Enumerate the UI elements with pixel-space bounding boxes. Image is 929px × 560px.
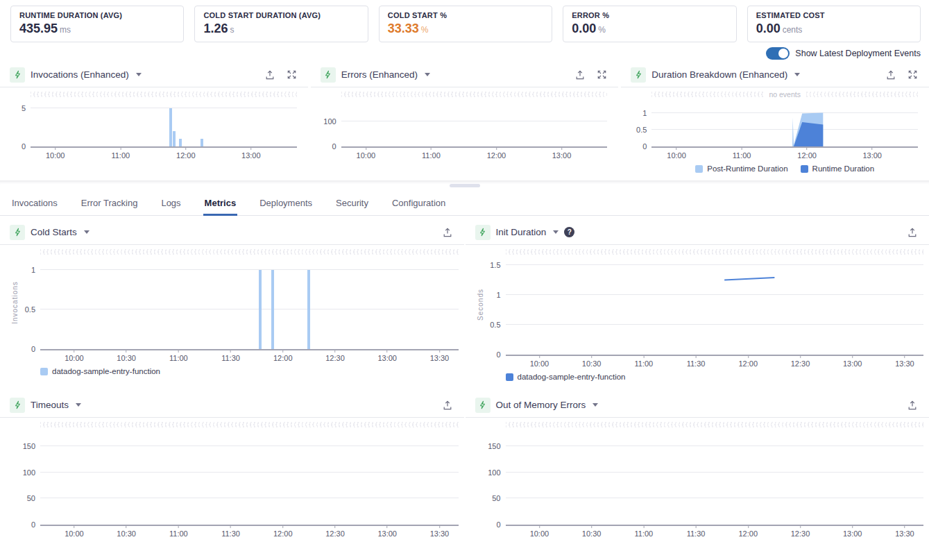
tab-configuration[interactable]: Configuration <box>391 191 447 216</box>
y-tick-label: 100 <box>488 468 500 476</box>
x-tick-label: 13:00 <box>843 359 862 368</box>
x-tick-label: 12:00 <box>273 354 293 362</box>
tab-deployments[interactable]: Deployments <box>258 191 314 216</box>
chevron-down-icon[interactable] <box>84 230 90 234</box>
x-tick-mark <box>282 350 283 353</box>
x-tick: 12:00 <box>273 526 293 538</box>
x-tick-label: 12:00 <box>176 151 196 160</box>
x-tick-label: 13:00 <box>377 529 397 538</box>
chart-init-duration: Init Duration ? Seconds 00.511.5 10:0010… <box>466 220 929 386</box>
x-tick-mark <box>591 356 592 358</box>
expand-icon[interactable] <box>597 69 607 80</box>
plot-area: 00.511.5 <box>506 260 924 356</box>
x-tick-label: 10:30 <box>582 359 602 368</box>
x-tick-mark <box>904 526 905 528</box>
x-tick-label: 10:00 <box>667 151 686 160</box>
y-tick-label: 0 <box>332 143 336 151</box>
resize-handle[interactable] <box>450 184 480 187</box>
export-icon[interactable] <box>442 227 453 238</box>
x-tick: 10:00 <box>530 356 549 368</box>
tab-logs[interactable]: Logs <box>160 191 182 216</box>
toggle-row: Show Latest Deployment Events <box>0 42 929 61</box>
y-tick-label: 1 <box>496 291 500 298</box>
legend-item-post-runtime-duration[interactable]: Post-Runtime Duration <box>695 164 787 173</box>
chevron-down-icon[interactable] <box>425 73 430 76</box>
plot-area: 050100150 <box>506 433 924 526</box>
x-tick-mark <box>496 148 497 150</box>
x-tick-label: 13:30 <box>430 529 450 538</box>
x-tick: 13:30 <box>430 350 450 362</box>
x-tick-mark <box>800 356 801 358</box>
x-tick: 13:30 <box>895 526 914 538</box>
y-tick-label: 1 <box>642 109 647 117</box>
x-tick: 11:00 <box>169 526 188 538</box>
stat-card-error: ERROR % 0.00% <box>563 6 736 42</box>
chart-header: Invocations (Enhanced) <box>0 62 308 87</box>
export-icon[interactable] <box>885 69 896 80</box>
data-bar <box>201 139 203 146</box>
x-tick: 12:30 <box>791 356 810 368</box>
chevron-down-icon[interactable] <box>593 403 598 407</box>
grid-line <box>40 498 459 498</box>
chart-header: Duration Breakdown (Enhanced) <box>621 62 929 87</box>
legend-item-runtime-duration[interactable]: Runtime Duration <box>801 164 874 173</box>
x-tick-mark <box>676 148 677 150</box>
chevron-down-icon[interactable] <box>76 403 81 407</box>
x-tick-label: 13:30 <box>895 359 914 368</box>
x-tick-mark <box>185 148 186 150</box>
x-tick-mark <box>800 526 801 528</box>
x-tick-label: 12:00 <box>797 151 817 160</box>
x-tick-label: 10:00 <box>530 359 549 368</box>
chart-cold-starts: Cold Starts Invocations 00.51 10:0010:30… <box>0 220 464 386</box>
data-bar <box>179 139 182 146</box>
tab-error-tracking[interactable]: Error Tracking <box>80 191 139 216</box>
x-tick-label: 10:00 <box>357 151 376 160</box>
x-tick: 12:00 <box>739 526 758 538</box>
data-bar <box>307 270 310 349</box>
export-icon[interactable] <box>574 69 586 80</box>
chevron-down-icon[interactable] <box>553 230 559 234</box>
chevron-down-icon[interactable] <box>136 73 142 76</box>
stat-card-value: 0.00% <box>572 22 727 36</box>
tab-invocations[interactable]: Invocations <box>10 191 59 216</box>
export-icon[interactable] <box>907 227 918 238</box>
y-tick-label: 0 <box>31 521 35 529</box>
export-icon[interactable] <box>442 400 453 411</box>
lambda-bolt-icon <box>631 67 646 83</box>
x-tick: 12:30 <box>325 350 345 362</box>
x-tick-mark <box>178 526 179 528</box>
legend-label: Post-Runtime Duration <box>707 164 787 173</box>
x-tick: 10:00 <box>667 148 686 160</box>
x-tick-label: 13:00 <box>377 354 397 362</box>
expand-icon[interactable] <box>287 69 297 80</box>
x-tick-label: 11:00 <box>634 529 653 538</box>
stat-card-value: 33.33% <box>388 22 543 36</box>
stat-card-runtime-duration-avg: RUNTIME DURATION (AVG) 435.95ms <box>10 6 184 42</box>
x-tick-label: 11:00 <box>422 151 441 160</box>
x-tick: 10:00 <box>530 526 549 538</box>
expand-icon[interactable] <box>907 69 918 80</box>
tab-security[interactable]: Security <box>334 191 370 216</box>
x-tick-label: 11:00 <box>733 151 751 160</box>
tab-metrics[interactable]: Metrics <box>203 191 238 216</box>
stat-unit: ms <box>60 25 71 35</box>
x-tick: 13:00 <box>377 350 397 362</box>
help-icon[interactable]: ? <box>564 227 574 237</box>
stat-unit: cents <box>783 25 803 35</box>
y-tick-label: 0 <box>31 346 35 353</box>
x-tick: 11:00 <box>422 148 441 160</box>
show-deployment-events-toggle[interactable] <box>766 47 790 60</box>
legend-item-datadog-sample-entry-function[interactable]: datadog-sample-entry-function <box>40 367 160 375</box>
stat-value: 1.26 <box>203 22 228 35</box>
chevron-down-icon[interactable] <box>794 73 800 76</box>
export-icon[interactable] <box>907 400 918 411</box>
lambda-bolt-icon <box>475 398 491 413</box>
export-icon[interactable] <box>264 69 275 80</box>
x-tick: 10:00 <box>65 526 84 538</box>
x-tick-label: 12:00 <box>487 151 506 160</box>
events-band <box>506 422 924 427</box>
chart-header: Errors (Enhanced) <box>311 62 619 87</box>
legend-swatch <box>801 165 808 173</box>
x-tick: 10:30 <box>117 526 136 538</box>
legend-item-datadog-sample-entry-function[interactable]: datadog-sample-entry-function <box>506 373 626 381</box>
